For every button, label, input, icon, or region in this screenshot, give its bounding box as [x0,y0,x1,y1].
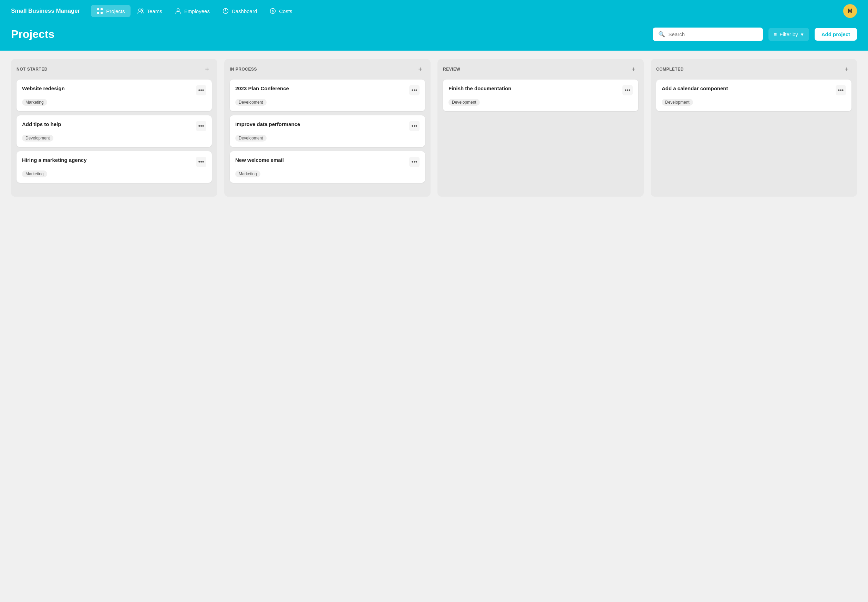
card-header: Add a calendar component ••• [662,85,846,95]
svg-point-6 [177,9,179,11]
column-add-button-in-process[interactable]: + [415,64,425,74]
search-icon: 🔍 [658,31,665,38]
column-add-button-review[interactable]: + [628,64,638,74]
card-tag: Development [235,99,267,106]
project-card: 2023 Plan Conference ••• Development [230,80,425,111]
card-tag: Development [22,135,54,141]
chevron-down-icon: ▾ [801,31,803,38]
card-tag: Development [235,135,267,141]
card-tag: Marketing [235,170,260,177]
svg-rect-1 [101,8,103,10]
project-card: Add a calendar component ••• Development [656,80,851,111]
card-title: 2023 Plan Conference [235,85,289,92]
page-title: Projects [11,28,647,41]
card-header: Hiring a marketing agency ••• [22,157,206,167]
column-title-in-process: IN PROCESS [230,67,257,72]
column-add-button-completed[interactable]: + [842,64,851,74]
nav-item-employees[interactable]: Employees [169,5,215,17]
card-title: Finish the documentation [449,85,512,92]
person-icon [175,8,181,14]
column-add-button-not-started[interactable]: + [202,64,212,74]
card-menu-button[interactable]: ••• [836,85,846,95]
svg-text:$: $ [272,10,274,13]
card-tag: Development [449,99,480,106]
card-menu-button[interactable]: ••• [409,121,419,131]
subheader: Projects 🔍 ≡ Filter by ▾ Add project [0,22,868,51]
card-title: Add a calendar component [662,85,728,92]
card-header: Add tips to help ••• [22,121,206,131]
top-navigation: Small Business Manager Projects [0,0,868,22]
project-card: New welcome email ••• Marketing [230,151,425,183]
project-cards-review: Finish the documentation ••• Development [443,80,638,111]
card-title: Hiring a marketing agency [22,157,87,164]
card-header: Finish the documentation ••• [449,85,633,95]
column-header-not-started: NOT STARTED + [17,64,212,74]
svg-rect-3 [101,12,103,14]
card-title: Website redesign [22,85,65,92]
card-header: New welcome email ••• [235,157,419,167]
kanban-column-not-started: NOT STARTED + Website redesign ••• Marke… [11,59,217,197]
project-card: Hiring a marketing agency ••• Marketing [17,151,212,183]
card-tag: Marketing [22,170,47,177]
main-content: NOT STARTED + Website redesign ••• Marke… [0,51,868,602]
svg-point-4 [138,9,141,11]
column-title-review: REVIEW [443,67,460,72]
user-avatar[interactable]: M [843,4,857,18]
card-tag: Marketing [22,99,47,106]
column-title-completed: COMPLETED [656,67,684,72]
svg-rect-0 [97,8,99,10]
tag-icon: $ [269,8,276,14]
card-menu-button[interactable]: ••• [196,121,206,131]
project-cards-in-process: 2023 Plan Conference ••• Development Imp… [230,80,425,183]
grid-icon [97,8,103,14]
kanban-column-in-process: IN PROCESS + 2023 Plan Conference ••• De… [224,59,430,197]
kanban-board: NOT STARTED + Website redesign ••• Marke… [11,59,857,197]
column-header-review: REVIEW + [443,64,638,74]
nav-item-costs[interactable]: $ Costs [264,5,298,17]
svg-point-5 [141,9,143,11]
card-title: Improve data performance [235,121,300,128]
card-header: Improve data performance ••• [235,121,419,131]
nav-item-dashboard[interactable]: Dashboard [217,5,263,17]
card-menu-button[interactable]: ••• [409,85,419,95]
project-cards-completed: Add a calendar component ••• Development [656,80,851,111]
column-title-not-started: NOT STARTED [17,67,48,72]
nav-label-projects: Projects [106,8,125,14]
svg-rect-2 [97,12,99,14]
project-cards-not-started: Website redesign ••• Marketing Add tips … [17,80,212,183]
chart-icon [222,8,229,14]
users-icon [137,8,144,14]
search-input[interactable] [668,31,757,37]
nav-item-teams[interactable]: Teams [132,5,168,17]
search-box[interactable]: 🔍 [653,28,763,41]
add-project-button[interactable]: Add project [814,28,857,41]
brand-name: Small Business Manager [11,8,80,14]
card-menu-button[interactable]: ••• [622,85,633,95]
project-card: Website redesign ••• Marketing [17,80,212,111]
nav-label-teams: Teams [147,8,162,14]
column-header-in-process: IN PROCESS + [230,64,425,74]
project-card: Improve data performance ••• Development [230,115,425,147]
project-card: Add tips to help ••• Development [17,115,212,147]
project-card: Finish the documentation ••• Development [443,80,638,111]
nav-items: Projects Teams Employees [91,5,840,17]
card-menu-button[interactable]: ••• [409,157,419,167]
card-header: 2023 Plan Conference ••• [235,85,419,95]
filter-icon: ≡ [774,31,777,37]
nav-item-projects[interactable]: Projects [91,5,130,17]
card-header: Website redesign ••• [22,85,206,95]
card-tag: Development [662,99,693,106]
nav-label-employees: Employees [184,8,210,14]
kanban-column-review: REVIEW + Finish the documentation ••• De… [438,59,644,197]
filter-button[interactable]: ≡ Filter by ▾ [768,28,809,41]
kanban-column-completed: COMPLETED + Add a calendar component •••… [651,59,857,197]
card-title: New welcome email [235,157,284,164]
card-title: Add tips to help [22,121,61,128]
card-menu-button[interactable]: ••• [196,85,206,95]
nav-label-dashboard: Dashboard [232,8,257,14]
filter-label: Filter by [779,31,798,37]
nav-label-costs: Costs [279,8,292,14]
column-header-completed: COMPLETED + [656,64,851,74]
card-menu-button[interactable]: ••• [196,157,206,167]
